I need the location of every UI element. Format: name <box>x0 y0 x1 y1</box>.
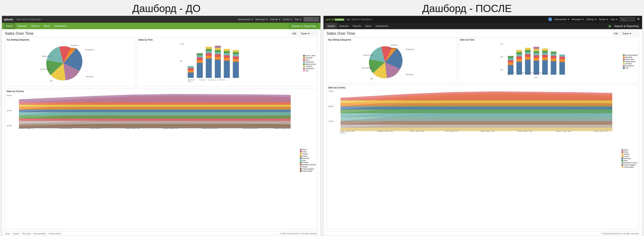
footer-privacy[interactable]: Privacy Policy <box>49 233 61 235</box>
dashboard-before: Sales Over Time Edit Export ▼ ... Top Se… <box>2 29 320 231</box>
svg-text:Sat Feb 10: Sat Feb 10 <box>126 128 140 129</box>
subnav-datasets-after[interactable]: Datasets <box>337 23 350 29</box>
subnav-after: Search Datasets Reports Alerts Dashboard… <box>324 23 642 29</box>
subnav-search-before[interactable]: Search <box>4 23 16 29</box>
svg-text:Sat Jun 24: Sat Jun 24 <box>481 130 494 132</box>
svg-rect-128 <box>560 59 565 62</box>
svg-rect-35 <box>224 58 230 61</box>
svg-text:Mon Jun 26: Mon Jun 26 <box>556 130 571 132</box>
topnav-admin-before[interactable]: Administrator ▼ <box>238 18 254 20</box>
brand-after: splunkenterprise <box>325 18 344 21</box>
topnav-admin-after[interactable]: Administrator ▼ <box>554 18 570 20</box>
pie-chart-before: Top Selling Categories <box>5 37 135 86</box>
svg-rect-124 <box>551 56 556 58</box>
export-button-after[interactable]: Export ▼ <box>620 32 634 35</box>
subnav-alerts-after[interactable]: Alerts <box>363 23 374 29</box>
topnav-messages-after[interactable]: Messages ▼ <box>572 18 584 20</box>
svg-text:500: 500 <box>180 60 182 62</box>
svg-rect-30 <box>215 52 221 54</box>
topnav-messages-before[interactable]: Messages ▼ <box>256 18 268 20</box>
svg-text:Wed Feb 7: Wed Feb 7 <box>188 79 195 81</box>
svg-rect-19 <box>197 55 203 57</box>
area-chart-before: Sales by Country 300 200 100 <box>5 89 318 229</box>
svg-rect-100 <box>516 54 522 56</box>
svg-rect-101 <box>516 52 522 54</box>
subnav-title-after: Search & Reporting <box>613 23 640 29</box>
search-icon-after[interactable]: 🔍 <box>637 18 640 21</box>
svg-text:200: 200 <box>500 69 504 71</box>
svg-rect-16 <box>197 63 203 78</box>
svg-text:2017: 2017 <box>340 132 346 134</box>
svg-rect-98 <box>516 59 522 62</box>
topnav-settings-before[interactable]: Settings ▼ <box>270 18 281 20</box>
svg-text:100: 100 <box>6 125 12 127</box>
svg-text:Sun Feb 11: Sun Feb 11 <box>163 128 178 129</box>
find-input-after[interactable] <box>620 17 635 21</box>
more-button-after[interactable]: ... <box>634 32 639 35</box>
svg-text:TEE: TEE <box>370 78 373 80</box>
svg-text:2018: 2018 <box>188 81 191 82</box>
svg-rect-13 <box>188 70 194 72</box>
svg-text:SIMULATION: SIMULATION <box>363 54 374 56</box>
svg-rect-26 <box>206 47 212 49</box>
svg-rect-41 <box>233 59 239 62</box>
footer-bug[interactable]: File a Bug <box>22 233 31 235</box>
svg-rect-122 <box>551 61 556 75</box>
area-chart-title-before: Sales by Country <box>6 90 316 92</box>
subnav-reports-before[interactable]: Reports <box>29 23 42 29</box>
topnav-activity-before[interactable]: Activity ▼ <box>283 18 292 20</box>
subnav-search-after[interactable]: Search <box>325 23 337 29</box>
svg-marker-68 <box>19 94 291 102</box>
topnav-settings-after[interactable]: Settings ▼ <box>586 18 597 20</box>
svg-text:Tue Jun 20: Tue Jun 20 <box>340 130 354 132</box>
svg-rect-44 <box>233 52 239 54</box>
svg-rect-18 <box>197 57 203 60</box>
subnav-alerts-before[interactable]: Alerts <box>42 23 52 29</box>
svg-text:Wed Feb 14: Wed Feb 14 <box>274 128 290 129</box>
footer-support[interactable]: Support <box>13 233 20 235</box>
subnav-datasets-before[interactable]: Datasets <box>16 23 29 29</box>
svg-rect-25 <box>206 49 212 51</box>
svg-rect-43 <box>233 54 239 56</box>
pie-chart-title-after: Top Selling Categories <box>328 39 455 41</box>
topnav-help-after[interactable]: Help ▼ <box>611 18 618 20</box>
footer-before: About Support File a Bug Documentation P… <box>2 231 320 236</box>
svg-text:SIMULATION: SIMULATION <box>42 55 52 57</box>
svg-text:300: 300 <box>6 95 12 97</box>
svg-rect-39 <box>224 49 230 51</box>
svg-rect-117 <box>542 57 548 60</box>
subnav-reports-after[interactable]: Reports <box>350 23 363 29</box>
more-button-before[interactable]: ... <box>313 32 318 35</box>
svg-rect-45 <box>233 50 239 52</box>
footer-about[interactable]: About <box>5 233 10 235</box>
svg-text:Sat Jun 24: Sat Jun 24 <box>528 72 535 73</box>
edit-button-after[interactable]: Edit <box>612 32 620 35</box>
topnav-activity-after[interactable]: Activity ▼ <box>599 18 608 20</box>
pie-chart-after: Top Selling Categories S <box>326 37 456 83</box>
svg-rect-15 <box>188 66 194 68</box>
footer-after: © 2005-2018 Splunk Inc. All rights reser… <box>324 231 642 236</box>
svg-rect-42 <box>233 56 239 59</box>
brand-before: splunk> <box>4 18 14 21</box>
svg-text:ARCADE: ARCADE <box>406 74 413 75</box>
find-input-before[interactable] <box>304 17 319 21</box>
app-label-before: App: Search & Reporting ▼ <box>16 18 42 20</box>
svg-text:Thu Jun 22: Thu Jun 22 <box>519 72 526 73</box>
topnav-help-before[interactable]: Help ▼ <box>294 18 302 20</box>
subnav-dashboards-before[interactable]: Dashboards <box>52 23 69 29</box>
footer-docs[interactable]: Documentation <box>33 233 46 235</box>
svg-rect-23 <box>206 53 212 56</box>
export-button-before[interactable]: Export ▼ <box>299 32 312 35</box>
svg-text:2017: 2017 <box>508 74 511 75</box>
svg-rect-105 <box>525 54 531 57</box>
svg-text:1,000: 1,000 <box>180 43 184 45</box>
svg-text:Thu Jun 22: Thu Jun 22 <box>410 130 424 132</box>
svg-rect-110 <box>534 58 539 61</box>
svg-rect-99 <box>516 56 522 59</box>
edit-button-before[interactable]: Edit <box>291 32 298 35</box>
svg-rect-114 <box>534 49 539 51</box>
topnav-before: splunk> App: Search & Reporting ▼ Admini… <box>2 16 320 23</box>
svg-rect-102 <box>516 50 522 52</box>
subnav-dashboards-after[interactable]: Dashboards <box>374 23 390 29</box>
svg-rect-130 <box>560 54 565 57</box>
